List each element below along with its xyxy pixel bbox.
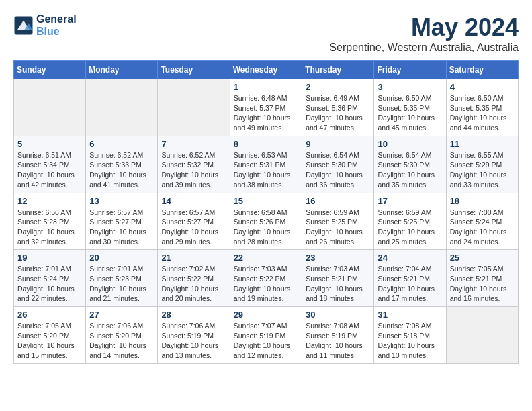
- calendar-cell: 10Sunrise: 6:54 AMSunset: 5:30 PMDayligh…: [374, 136, 446, 193]
- day-number: 18: [450, 196, 515, 206]
- weekday-header-thursday: Thursday: [302, 61, 374, 79]
- calendar-cell: 18Sunrise: 7:00 AMSunset: 5:24 PMDayligh…: [446, 193, 518, 250]
- calendar-cell: 13Sunrise: 6:57 AMSunset: 5:27 PMDayligh…: [86, 193, 158, 250]
- day-info: Sunrise: 6:48 AMSunset: 5:37 PMDaylight:…: [234, 93, 299, 133]
- day-number: 16: [306, 196, 370, 206]
- day-number: 22: [234, 253, 299, 263]
- day-info: Sunrise: 6:54 AMSunset: 5:30 PMDaylight:…: [378, 150, 442, 190]
- day-info: Sunrise: 6:52 AMSunset: 5:32 PMDaylight:…: [161, 150, 226, 190]
- calendar-cell: 20Sunrise: 7:01 AMSunset: 5:23 PMDayligh…: [86, 250, 158, 307]
- day-info: Sunrise: 7:06 AMSunset: 5:19 PMDaylight:…: [161, 321, 226, 361]
- day-number: 20: [89, 253, 154, 263]
- calendar-cell: 8Sunrise: 6:53 AMSunset: 5:31 PMDaylight…: [230, 136, 302, 193]
- calendar-cell: 9Sunrise: 6:54 AMSunset: 5:30 PMDaylight…: [302, 136, 374, 193]
- calendar-cell: 30Sunrise: 7:08 AMSunset: 5:19 PMDayligh…: [302, 307, 374, 364]
- header: General Blue May 2024 Serpentine, Wester…: [13, 13, 519, 54]
- day-info: Sunrise: 7:07 AMSunset: 5:19 PMDaylight:…: [234, 321, 299, 361]
- day-number: 31: [378, 310, 442, 320]
- day-number: 21: [161, 253, 226, 263]
- calendar-cell: [14, 79, 86, 136]
- calendar-cell: 21Sunrise: 7:02 AMSunset: 5:22 PMDayligh…: [158, 250, 230, 307]
- day-info: Sunrise: 6:56 AMSunset: 5:28 PMDaylight:…: [17, 208, 82, 247]
- calendar-cell: 28Sunrise: 7:06 AMSunset: 5:19 PMDayligh…: [158, 307, 230, 364]
- day-number: 4: [450, 82, 515, 92]
- calendar-table: SundayMondayTuesdayWednesdayThursdayFrid…: [13, 60, 519, 364]
- calendar-cell: 1Sunrise: 6:48 AMSunset: 5:37 PMDaylight…: [230, 79, 302, 136]
- day-number: 14: [161, 196, 226, 206]
- day-number: 26: [17, 310, 82, 320]
- day-number: 30: [306, 310, 370, 320]
- calendar-cell: 15Sunrise: 6:58 AMSunset: 5:26 PMDayligh…: [230, 193, 302, 250]
- calendar-cell: 22Sunrise: 7:03 AMSunset: 5:22 PMDayligh…: [230, 250, 302, 307]
- weekday-header-friday: Friday: [374, 61, 446, 79]
- day-info: Sunrise: 6:58 AMSunset: 5:26 PMDaylight:…: [234, 208, 299, 247]
- day-info: Sunrise: 7:01 AMSunset: 5:23 PMDaylight:…: [89, 264, 154, 304]
- day-info: Sunrise: 7:08 AMSunset: 5:18 PMDaylight:…: [378, 321, 442, 361]
- day-info: Sunrise: 6:59 AMSunset: 5:25 PMDaylight:…: [378, 208, 442, 247]
- calendar-cell: [158, 79, 230, 136]
- weekday-header-sunday: Sunday: [14, 61, 86, 79]
- calendar-cell: 25Sunrise: 7:05 AMSunset: 5:21 PMDayligh…: [446, 250, 518, 307]
- calendar-cell: 12Sunrise: 6:56 AMSunset: 5:28 PMDayligh…: [14, 193, 86, 250]
- day-number: 10: [378, 139, 442, 149]
- day-number: 6: [89, 139, 154, 149]
- calendar-week-3: 12Sunrise: 6:56 AMSunset: 5:28 PMDayligh…: [14, 193, 519, 250]
- calendar-week-1: 1Sunrise: 6:48 AMSunset: 5:37 PMDaylight…: [14, 79, 519, 136]
- day-info: Sunrise: 7:06 AMSunset: 5:20 PMDaylight:…: [89, 321, 154, 361]
- day-number: 23: [306, 253, 370, 263]
- day-info: Sunrise: 6:50 AMSunset: 5:35 PMDaylight:…: [378, 93, 442, 133]
- day-info: Sunrise: 6:54 AMSunset: 5:30 PMDaylight:…: [306, 150, 370, 190]
- calendar-cell: 6Sunrise: 6:52 AMSunset: 5:33 PMDaylight…: [86, 136, 158, 193]
- title-area: May 2024 Serpentine, Western Australia, …: [329, 13, 519, 54]
- calendar-cell: 17Sunrise: 6:59 AMSunset: 5:25 PMDayligh…: [374, 193, 446, 250]
- day-number: 12: [17, 196, 82, 206]
- calendar-cell: 31Sunrise: 7:08 AMSunset: 5:18 PMDayligh…: [374, 307, 446, 364]
- calendar-cell: [446, 307, 518, 364]
- weekday-header-tuesday: Tuesday: [158, 61, 230, 79]
- day-info: Sunrise: 6:51 AMSunset: 5:34 PMDaylight:…: [17, 150, 82, 190]
- calendar-week-4: 19Sunrise: 7:01 AMSunset: 5:24 PMDayligh…: [14, 250, 519, 307]
- day-info: Sunrise: 6:57 AMSunset: 5:27 PMDaylight:…: [89, 208, 154, 247]
- day-number: 7: [161, 139, 226, 149]
- day-number: 2: [306, 82, 370, 92]
- day-number: 13: [89, 196, 154, 206]
- month-title: May 2024: [329, 13, 519, 42]
- day-info: Sunrise: 7:03 AMSunset: 5:22 PMDaylight:…: [234, 264, 299, 304]
- logo-text: General Blue: [36, 13, 77, 38]
- calendar-cell: 7Sunrise: 6:52 AMSunset: 5:32 PMDaylight…: [158, 136, 230, 193]
- day-info: Sunrise: 6:49 AMSunset: 5:36 PMDaylight:…: [306, 93, 370, 133]
- day-number: 5: [17, 139, 82, 149]
- calendar-cell: 4Sunrise: 6:50 AMSunset: 5:35 PMDaylight…: [446, 79, 518, 136]
- logo-icon: [13, 15, 34, 36]
- day-info: Sunrise: 7:05 AMSunset: 5:20 PMDaylight:…: [17, 321, 82, 361]
- calendar-cell: 23Sunrise: 7:03 AMSunset: 5:21 PMDayligh…: [302, 250, 374, 307]
- logo: General Blue: [13, 13, 77, 38]
- calendar-cell: [86, 79, 158, 136]
- day-number: 24: [378, 253, 442, 263]
- day-info: Sunrise: 6:57 AMSunset: 5:27 PMDaylight:…: [161, 208, 226, 247]
- day-info: Sunrise: 7:08 AMSunset: 5:19 PMDaylight:…: [306, 321, 370, 361]
- day-number: 25: [450, 253, 515, 263]
- day-info: Sunrise: 7:01 AMSunset: 5:24 PMDaylight:…: [17, 264, 82, 304]
- calendar-cell: 14Sunrise: 6:57 AMSunset: 5:27 PMDayligh…: [158, 193, 230, 250]
- calendar-cell: 2Sunrise: 6:49 AMSunset: 5:36 PMDaylight…: [302, 79, 374, 136]
- day-info: Sunrise: 6:50 AMSunset: 5:35 PMDaylight:…: [450, 93, 515, 133]
- calendar-cell: 5Sunrise: 6:51 AMSunset: 5:34 PMDaylight…: [14, 136, 86, 193]
- day-info: Sunrise: 6:52 AMSunset: 5:33 PMDaylight:…: [89, 150, 154, 190]
- day-number: 11: [450, 139, 515, 149]
- day-number: 8: [234, 139, 299, 149]
- day-info: Sunrise: 7:02 AMSunset: 5:22 PMDaylight:…: [161, 264, 226, 304]
- calendar-cell: 3Sunrise: 6:50 AMSunset: 5:35 PMDaylight…: [374, 79, 446, 136]
- location-title: Serpentine, Western Australia, Australia: [329, 42, 519, 54]
- day-number: 3: [378, 82, 442, 92]
- day-number: 19: [17, 253, 82, 263]
- calendar-cell: 11Sunrise: 6:55 AMSunset: 5:29 PMDayligh…: [446, 136, 518, 193]
- weekday-header-monday: Monday: [86, 61, 158, 79]
- calendar-cell: 26Sunrise: 7:05 AMSunset: 5:20 PMDayligh…: [14, 307, 86, 364]
- day-info: Sunrise: 6:59 AMSunset: 5:25 PMDaylight:…: [306, 208, 370, 247]
- calendar-week-2: 5Sunrise: 6:51 AMSunset: 5:34 PMDaylight…: [14, 136, 519, 193]
- day-number: 27: [89, 310, 154, 320]
- calendar-cell: 29Sunrise: 7:07 AMSunset: 5:19 PMDayligh…: [230, 307, 302, 364]
- day-info: Sunrise: 6:53 AMSunset: 5:31 PMDaylight:…: [234, 150, 299, 190]
- calendar-cell: 19Sunrise: 7:01 AMSunset: 5:24 PMDayligh…: [14, 250, 86, 307]
